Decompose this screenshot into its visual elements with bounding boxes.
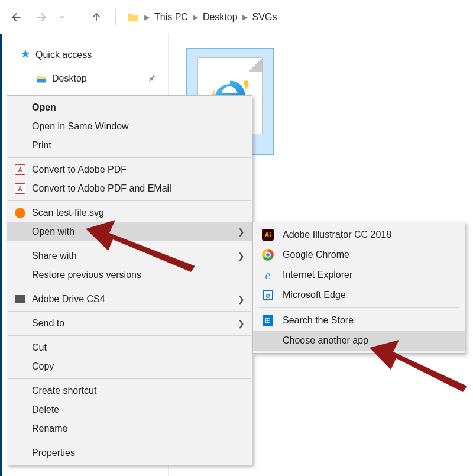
ctx-send-to[interactable]: Send to ❯ [7, 314, 252, 333]
ctx-rename[interactable]: Rename [7, 419, 252, 438]
breadcrumb: ▶ This PC ▶ Desktop ▶ SVGs [127, 12, 277, 22]
sub-search-store[interactable]: ⊞ Search the Store [253, 310, 465, 331]
annotation-arrow-2 [370, 340, 470, 393]
ctx-copy[interactable]: Copy [7, 357, 252, 376]
breadcrumb-svgs[interactable]: SVGs [252, 12, 277, 22]
ctx-print[interactable]: Print [7, 136, 252, 155]
ctx-separator [8, 378, 251, 379]
sidebar-label: Desktop [52, 73, 87, 84]
avast-icon [14, 207, 26, 219]
pdf-email-icon: A [14, 183, 26, 195]
sidebar-item-desktop[interactable]: Desktop [20, 70, 162, 88]
pin-icon [148, 74, 156, 84]
chrome-icon [261, 248, 274, 261]
recent-dropdown[interactable] [58, 9, 66, 25]
folder-icon [127, 12, 140, 22]
ctx-separator [8, 311, 251, 312]
breadcrumb-desktop[interactable]: Desktop [203, 12, 238, 22]
ctx-separator [8, 335, 251, 336]
ctx-separator [8, 157, 251, 158]
navigation-bar: ▶ This PC ▶ Desktop ▶ SVGs [0, 0, 473, 34]
breadcrumb-this-pc[interactable]: This PC [154, 12, 188, 22]
ctx-separator [8, 441, 251, 441]
ctx-cut[interactable]: Cut [7, 338, 252, 357]
chevron-right-icon: ❯ [238, 227, 245, 237]
chevron-right-icon: ❯ [238, 319, 245, 328]
sidebar-item-quick-access[interactable]: Quick access [20, 46, 162, 64]
ie-icon: e [261, 268, 274, 281]
ctx-create-shortcut[interactable]: Create shortcut [7, 381, 252, 400]
ctx-separator [8, 200, 251, 201]
back-button[interactable] [8, 9, 25, 25]
star-icon [20, 48, 31, 61]
ctx-open-same-window[interactable]: Open in Same Window [7, 117, 252, 136]
sidebar-label: Quick access [35, 50, 92, 60]
svg-rect-0 [37, 79, 46, 82]
chevron-right-icon: ❯ [238, 294, 245, 304]
sub-internet-explorer[interactable]: e Internet Explorer [253, 265, 465, 285]
nav-separator [115, 9, 116, 25]
nav-separator [77, 9, 77, 25]
sub-chrome[interactable]: Google Chrome [253, 245, 465, 265]
context-menu: Open Open in Same Window Print A Convert… [7, 95, 252, 465]
open-with-submenu: Ai Adobe Illustrator CC 2018 Google Chro… [252, 222, 465, 354]
edge-icon: e [261, 289, 274, 302]
sub-separator [259, 307, 459, 308]
pdf-icon: A [14, 164, 26, 176]
ctx-convert-pdf[interactable]: A Convert to Adobe PDF [7, 160, 252, 179]
forward-button[interactable] [33, 9, 50, 25]
page-fold-icon [248, 58, 262, 72]
drive-icon [14, 293, 26, 305]
sub-illustrator[interactable]: Ai Adobe Illustrator CC 2018 [253, 225, 465, 245]
ctx-delete[interactable]: Delete [7, 400, 252, 419]
ctx-convert-pdf-email[interactable]: A Convert to Adobe PDF and EMail [7, 179, 252, 198]
chevron-right-icon[interactable]: ▶ [144, 13, 150, 21]
ctx-open[interactable]: Open [7, 98, 252, 117]
store-icon: ⊞ [261, 314, 274, 327]
sub-edge[interactable]: e Microsoft Edge [253, 285, 465, 305]
chevron-right-icon[interactable]: ▶ [193, 13, 198, 21]
ctx-separator [8, 287, 251, 287]
illustrator-icon: Ai [261, 228, 274, 241]
chevron-right-icon[interactable]: ▶ [242, 13, 248, 21]
chevron-right-icon: ❯ [238, 251, 245, 261]
annotation-arrow-1 [86, 220, 198, 273]
folder-icon [35, 74, 47, 83]
ctx-properties[interactable]: Properties [7, 443, 252, 462]
ctx-adobe-drive[interactable]: Adobe Drive CS4 ❯ [7, 290, 252, 309]
up-button[interactable] [88, 9, 105, 25]
